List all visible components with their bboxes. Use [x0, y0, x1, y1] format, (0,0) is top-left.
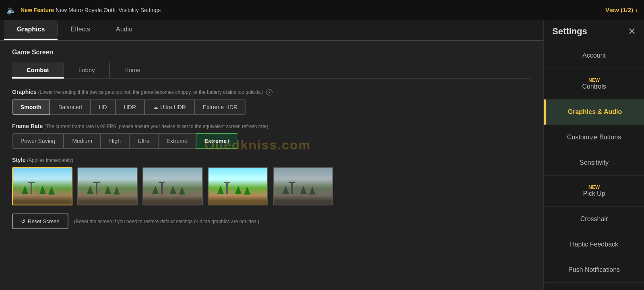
content-area: Graphics Effects Audio Game Screen Comba… [0, 20, 543, 290]
style-thumb-1[interactable] [12, 167, 72, 205]
frame-rate-options: Power Saving Medium High Ultra Extreme E… [12, 133, 531, 149]
speaker-icon: 🔈 [6, 5, 17, 15]
style-thumb-2[interactable] [77, 167, 138, 205]
cloud-icon: ☁ [153, 104, 159, 110]
settings-content: Game Screen Combat Lobby Home Graphics (… [0, 41, 543, 290]
frame-rate-label: Frame Rate (The current frame rate is 90… [12, 123, 531, 129]
fps-power-saving-btn[interactable]: Power Saving [12, 133, 64, 149]
notification-body: New Metro Royale Outfit Visibility Setti… [56, 7, 161, 13]
sidebar-title: Settings [552, 26, 587, 37]
reset-label: Reset Screen [28, 218, 60, 224]
graphics-hdr-btn[interactable]: HDR [116, 99, 144, 115]
sidebar-item-graphics-audio[interactable]: Graphics & Audio [544, 99, 644, 125]
graphics-quality-section: Graphics (Lower the setting if the devic… [12, 89, 531, 115]
pick-up-new-badge: NEW [552, 184, 636, 190]
chevron-right-icon: › [636, 6, 638, 13]
fps-extreme-plus-btn[interactable]: Extreme+ [196, 133, 238, 149]
sub-tab-home[interactable]: Home [110, 62, 155, 79]
sidebar-item-sensitivity-label: Sensitivity [552, 159, 636, 166]
style-thumb-4[interactable] [208, 167, 268, 205]
tab-effects[interactable]: Effects [58, 20, 103, 40]
top-bar: 🔈 New Feature New Metro Royale Outfit Vi… [0, 0, 644, 20]
reset-note: (Reset the screen if you need to restore… [74, 219, 259, 224]
graphics-ultra-hdr-btn[interactable]: ☁Ultra HDR [144, 99, 194, 115]
sidebar: Settings ✕ Account NEW Controls Graphics… [543, 20, 644, 290]
main-layout: Graphics Effects Audio Game Screen Comba… [0, 20, 644, 290]
sidebar-item-controls[interactable]: NEW Controls [544, 68, 644, 99]
fps-ultra-btn[interactable]: Ultra [129, 133, 158, 149]
view-label: View (1/2) [605, 6, 633, 13]
close-button[interactable]: ✕ [628, 26, 636, 37]
tab-audio[interactable]: Audio [103, 20, 145, 40]
style-label: Style (Applies immediately) [12, 157, 531, 163]
section-title: Game Screen [12, 49, 531, 56]
sidebar-item-graphics-audio-label: Graphics & Audio [554, 108, 636, 116]
sidebar-item-push-notifications-label: Push Notifications [552, 266, 636, 273]
style-thumbnails [12, 167, 531, 205]
sidebar-item-crosshair-label: Crosshair [552, 215, 636, 223]
sidebar-item-pick-up-label: Pick Up [552, 190, 636, 197]
sub-tab-lobby[interactable]: Lobby [64, 62, 110, 79]
notification-area: 🔈 New Feature New Metro Royale Outfit Vi… [6, 5, 161, 15]
close-icon: ✕ [628, 26, 636, 37]
sidebar-item-push-notifications[interactable]: Push Notifications [544, 257, 644, 283]
sidebar-item-haptic-feedback[interactable]: Haptic Feedback [544, 232, 644, 257]
reset-screen-button[interactable]: ↺ Reset Screen [12, 213, 68, 229]
graphics-hd-btn[interactable]: HD [91, 99, 116, 115]
fps-medium-btn[interactable]: Medium [64, 133, 101, 149]
style-section: Style (Applies immediately) [12, 157, 531, 205]
graphics-extreme-hdr-btn[interactable]: Extreme HDR [194, 99, 246, 115]
graphics-options: Smooth Balanced HD HDR ☁Ultra HDR Extrem… [12, 99, 531, 115]
sidebar-item-controls-label: Controls [552, 83, 636, 90]
notification-text: New Feature New Metro Royale Outfit Visi… [21, 7, 161, 13]
sidebar-item-crosshair[interactable]: Crosshair [544, 207, 644, 232]
fps-high-btn[interactable]: High [101, 133, 129, 149]
sidebar-item-sensitivity[interactable]: Sensitivity [544, 150, 644, 176]
sidebar-header: Settings ✕ [544, 20, 644, 43]
sidebar-item-pick-up[interactable]: NEW Pick Up [544, 176, 644, 207]
fps-extreme-btn[interactable]: Extreme [158, 133, 196, 149]
style-thumb-3[interactable] [142, 167, 203, 205]
graphics-label: Graphics (Lower the setting if the devic… [12, 89, 531, 95]
reset-icon: ↺ [21, 218, 25, 224]
sidebar-item-customize-buttons-label: Customize Buttons [552, 134, 636, 141]
sidebar-item-haptic-feedback-label: Haptic Feedback [552, 241, 636, 248]
sidebar-nav: Account NEW Controls Graphics & Audio Cu… [544, 43, 644, 290]
graphics-help-icon[interactable]: ? [266, 89, 272, 95]
frame-rate-section: Frame Rate (The current frame rate is 90… [12, 123, 531, 149]
sidebar-item-account[interactable]: Account [544, 43, 644, 68]
main-tab-bar: Graphics Effects Audio [0, 20, 543, 41]
style-thumb-5[interactable] [273, 167, 333, 205]
notification-highlight: New Feature [21, 7, 54, 13]
sidebar-item-account-label: Account [552, 52, 636, 59]
view-indicator[interactable]: View (1/2) › [605, 6, 638, 13]
sidebar-item-customize-buttons[interactable]: Customize Buttons [544, 125, 644, 150]
graphics-balanced-btn[interactable]: Balanced [50, 99, 90, 115]
reset-row: ↺ Reset Screen (Reset the screen if you … [12, 213, 531, 229]
controls-new-badge: NEW [552, 77, 636, 83]
graphics-smooth-btn[interactable]: Smooth [12, 99, 50, 115]
sub-tab-bar: Combat Lobby Home [12, 62, 531, 79]
tab-graphics[interactable]: Graphics [4, 20, 58, 40]
sub-tab-combat[interactable]: Combat [12, 62, 64, 79]
